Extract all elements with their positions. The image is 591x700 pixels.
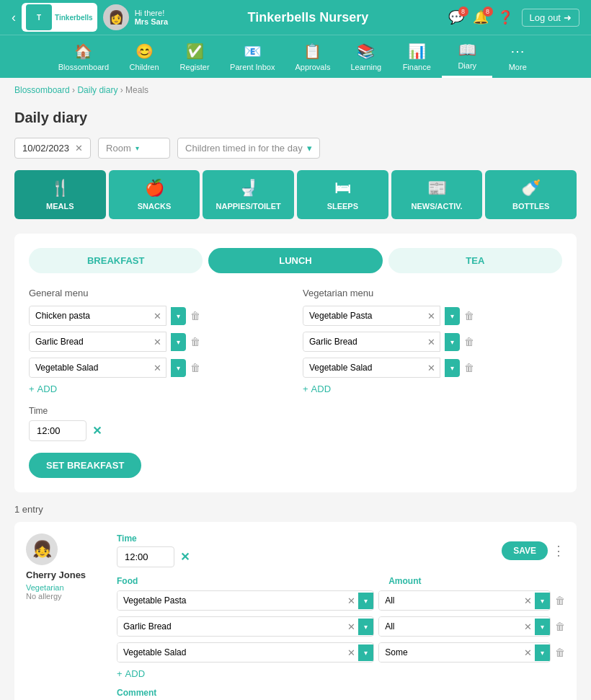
entry-time-input[interactable] — [117, 546, 174, 567]
child-allergy: No allergy — [26, 592, 105, 601]
sidebar-item-parent-inbox[interactable]: 📧 Parent Inbox — [220, 37, 285, 77]
tab-sleeps[interactable]: 🛏 SLEEPS — [297, 170, 388, 219]
amount-2-clear-icon[interactable]: ✕ — [521, 647, 535, 658]
back-button[interactable]: ‹ — [12, 10, 16, 25]
blossomboard-icon: 🏠 — [74, 43, 92, 60]
child-name: Cherry Jones — [26, 570, 105, 580]
entry-card: 👧 Cherry Jones Vegetarian No allergy Tim… — [14, 522, 577, 700]
food-input-0-field[interactable] — [117, 591, 345, 610]
sidebar-item-register[interactable]: ✅ Register — [169, 37, 220, 77]
food-2-arrow-icon[interactable]: ▾ — [358, 644, 373, 661]
parent-inbox-icon: 📧 — [244, 43, 262, 60]
food-2-clear-icon[interactable]: ✕ — [345, 647, 358, 658]
tab-breakfast[interactable]: BREAKFAST — [29, 248, 203, 273]
sidebar-item-approvals[interactable]: 📋 Approvals — [285, 37, 340, 77]
amount-input-2-field[interactable] — [379, 643, 521, 662]
save-button[interactable]: SAVE — [502, 541, 548, 560]
plus-icon-general: + — [29, 384, 35, 394]
veg-item-0-dropdown[interactable]: ▾ — [445, 307, 460, 325]
time-clear-icon[interactable]: ✕ — [92, 424, 102, 438]
nappies-icon: 🚽 — [239, 179, 258, 198]
general-item-0-delete-icon[interactable]: 🗑 — [190, 310, 200, 322]
veg-item-2-delete-icon[interactable]: 🗑 — [464, 362, 474, 373]
general-item-1-input[interactable] — [30, 332, 149, 351]
amount-input-1-field[interactable] — [379, 617, 521, 636]
veg-item-1-delete-icon[interactable]: 🗑 — [464, 336, 474, 347]
logout-button[interactable]: Log out ➜ — [522, 9, 579, 27]
set-breakfast-button[interactable]: SET BREAKFAST — [29, 453, 141, 478]
veg-item-0-clear-icon[interactable]: ✕ — [423, 311, 440, 322]
general-item-0-dropdown[interactable]: ▾ — [171, 307, 186, 325]
room-chevron-icon: ▾ — [135, 144, 139, 152]
general-item-0-input[interactable] — [30, 306, 149, 325]
time-input[interactable] — [29, 420, 86, 441]
sidebar-item-children[interactable]: 😊 Children — [119, 37, 169, 77]
food-1-arrow-icon[interactable]: ▾ — [358, 619, 373, 635]
amount-1-clear-icon[interactable]: ✕ — [521, 621, 535, 632]
breadcrumb-daily-diary[interactable]: Daily diary — [77, 85, 117, 95]
bottles-label: BOTTLES — [512, 202, 549, 211]
veg-add-link[interactable]: + ADD — [303, 384, 562, 394]
food-1-clear-icon[interactable]: ✕ — [345, 621, 358, 632]
breadcrumb-blossomboard[interactable]: Blossomboard — [14, 85, 70, 95]
children-filter-select[interactable]: Children timed in for the day ▾ — [177, 138, 320, 159]
food-row-0-delete-icon[interactable]: 🗑 — [555, 595, 565, 606]
tab-meals[interactable]: 🍴 MEALS — [14, 170, 106, 219]
comment-label: Comment — [117, 688, 565, 698]
amount-input-0-field[interactable] — [379, 591, 521, 610]
food-0-arrow-icon[interactable]: ▾ — [358, 593, 373, 609]
entry-time-clear-icon[interactable]: ✕ — [180, 550, 190, 564]
food-amount-header: Food Amount — [117, 576, 565, 586]
date-clear-icon[interactable]: ✕ — [75, 143, 83, 154]
food-input-2: ✕ ▾ — [117, 642, 374, 663]
general-item-2-dropdown[interactable]: ▾ — [171, 359, 186, 377]
veg-item-2-input[interactable] — [303, 358, 423, 377]
general-item-0-clear-icon[interactable]: ✕ — [149, 311, 166, 322]
help-button[interactable]: ❓ — [497, 9, 513, 25]
amount-1-arrow-icon[interactable]: ▾ — [535, 619, 550, 635]
messages-button[interactable]: 💬8 — [448, 9, 464, 25]
general-item-2-clear-icon[interactable]: ✕ — [149, 363, 166, 373]
more-options-button[interactable]: ⋮ — [552, 543, 565, 559]
veg-item-1-input[interactable] — [303, 332, 423, 351]
sidebar-item-learning[interactable]: 📚 Learning — [340, 37, 391, 77]
logo-text: Tinkerbells — [55, 14, 93, 22]
veg-item-2-clear-icon[interactable]: ✕ — [423, 363, 440, 373]
general-menu-col: General menu ✕ ▾ 🗑 ✕ ▾ 🗑 — [29, 288, 288, 394]
amount-0-clear-icon[interactable]: ✕ — [521, 595, 535, 606]
sidebar-item-more[interactable]: ⋯ More — [492, 37, 543, 77]
tab-snacks[interactable]: 🍎 SNACKS — [109, 170, 200, 219]
amount-2-arrow-icon[interactable]: ▾ — [535, 644, 550, 661]
notifications-button[interactable]: 🔔8 — [473, 9, 489, 25]
veg-item-1-dropdown[interactable]: ▾ — [445, 333, 460, 351]
general-item-2-delete-icon[interactable]: 🗑 — [190, 362, 200, 373]
more-label: More — [509, 63, 527, 71]
menu-row: General menu ✕ ▾ 🗑 ✕ ▾ 🗑 — [29, 288, 562, 394]
tab-news[interactable]: 📰 NEWS/ACTIV. — [391, 170, 483, 219]
general-add-link[interactable]: + ADD — [29, 384, 288, 394]
tab-bottles[interactable]: 🍼 BOTTLES — [485, 170, 577, 219]
food-input-2-field[interactable] — [117, 643, 345, 662]
tab-tea[interactable]: TEA — [388, 248, 562, 273]
amount-0-arrow-icon[interactable]: ▾ — [535, 593, 550, 609]
sidebar-item-finance[interactable]: 📊 Finance — [391, 37, 442, 77]
veg-item-0-delete-icon[interactable]: 🗑 — [464, 310, 474, 322]
food-0-clear-icon[interactable]: ✕ — [345, 595, 358, 606]
general-item-1-delete-icon[interactable]: 🗑 — [190, 336, 200, 347]
food-row-2-delete-icon[interactable]: 🗑 — [555, 647, 565, 658]
sidebar-item-diary[interactable]: 📖 Diary — [442, 35, 492, 78]
sidebar-item-blossomboard[interactable]: 🏠 Blossomboard — [48, 37, 119, 77]
general-item-1-dropdown[interactable]: ▾ — [171, 333, 186, 351]
sleeps-label: SLEEPS — [327, 202, 358, 211]
veg-item-0-input[interactable] — [303, 306, 423, 325]
food-input-1-field[interactable] — [117, 617, 345, 636]
entry-add-link[interactable]: + ADD — [117, 668, 565, 679]
tab-nappies[interactable]: 🚽 NAPPIES/TOILET — [203, 170, 294, 219]
tab-lunch[interactable]: LUNCH — [208, 248, 382, 273]
general-item-1-clear-icon[interactable]: ✕ — [149, 337, 166, 347]
veg-item-2-dropdown[interactable]: ▾ — [445, 359, 460, 377]
room-select[interactable]: Room ▾ — [98, 138, 170, 159]
general-item-2-input[interactable] — [30, 358, 149, 377]
veg-item-1-clear-icon[interactable]: ✕ — [423, 337, 440, 347]
food-row-1-delete-icon[interactable]: 🗑 — [555, 621, 565, 632]
